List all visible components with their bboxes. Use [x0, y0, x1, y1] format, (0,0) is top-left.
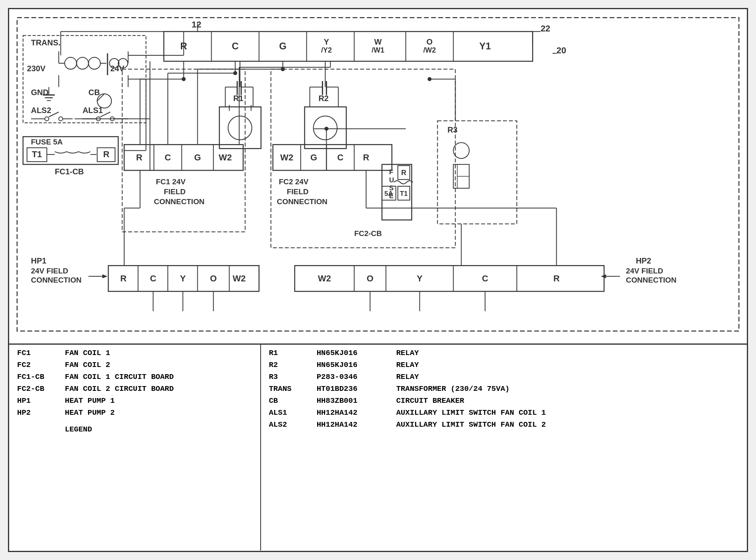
legend-desc-fc2cb: FAN COIL 2 CIRCUIT BOARD: [65, 384, 252, 393]
svg-point-190: [428, 77, 432, 81]
legend-code-hp1: HP1: [17, 396, 65, 405]
legend-desc-cb: CIRCUIT BREAKER: [396, 396, 739, 405]
svg-text:G: G: [194, 152, 201, 162]
svg-text:W: W: [374, 37, 382, 46]
legend-desc-r2: RELAY: [396, 361, 739, 369]
legend-item-hp2: HP2 HEAT PUMP 2: [17, 408, 252, 417]
legend-title-label: LEGEND: [65, 425, 252, 434]
svg-text:O: O: [367, 273, 374, 283]
legend-code-als2: ALS2: [269, 420, 317, 429]
svg-text:HP2: HP2: [636, 256, 651, 265]
svg-text:F: F: [389, 168, 393, 176]
svg-text:12: 12: [192, 20, 201, 29]
svg-text:C: C: [150, 273, 156, 283]
svg-text:24V FIELD: 24V FIELD: [626, 267, 663, 275]
legend-desc-hp1: HEAT PUMP 1: [65, 396, 252, 405]
legend-part-r3: P283-0346: [317, 373, 396, 381]
legend-desc-als1: AUXILLARY LIMIT SWITCH FAN COIL 1: [396, 408, 739, 417]
legend-area: FC1 FAN COIL 1 FC2 FAN COIL 2 FC1-CB FAN…: [9, 343, 747, 550]
legend-code-fc2: FC2: [17, 361, 65, 369]
legend-title-row: LEGEND: [17, 425, 252, 434]
legend-desc-hp2: HEAT PUMP 2: [65, 408, 252, 417]
legend-part-r1: HN65KJ016: [317, 349, 396, 357]
svg-text:R: R: [103, 149, 109, 159]
svg-point-173: [233, 71, 237, 75]
svg-text:FC2 24V: FC2 24V: [279, 178, 309, 186]
svg-text:230V: 230V: [27, 64, 46, 73]
svg-text:U: U: [389, 176, 394, 184]
svg-text:Y: Y: [324, 37, 329, 46]
svg-text:G: G: [310, 152, 317, 162]
legend-item-als1: ALS1 HH12HA142 AUXILLARY LIMIT SWITCH FA…: [269, 408, 739, 417]
svg-text:FC1 24V: FC1 24V: [156, 178, 186, 186]
svg-text:C: C: [232, 41, 239, 51]
svg-text:ALS1: ALS1: [82, 106, 103, 115]
svg-text:22: 22: [541, 23, 550, 33]
svg-text:R: R: [136, 152, 142, 162]
legend-code-als1: ALS1: [269, 408, 317, 417]
svg-text:C: C: [165, 152, 171, 162]
svg-text:W2: W2: [318, 273, 331, 283]
legend-item-r1: R1 HN65KJ016 RELAY: [269, 349, 739, 357]
legend-code-r3: R3: [269, 373, 317, 381]
svg-text:HP1: HP1: [31, 256, 47, 265]
legend-part-trans: HT01BD236: [317, 384, 396, 393]
svg-text:R: R: [363, 152, 369, 162]
main-container: 12 R C G Y /Y2 W /W1 O /W2 Y1 22: [8, 8, 748, 552]
legend-item-r2: R2 HN65KJ016 RELAY: [269, 361, 739, 369]
svg-text:C: C: [482, 273, 488, 283]
legend-item-hp1: HP1 HEAT PUMP 1: [17, 396, 252, 405]
svg-text:CONNECTION: CONNECTION: [31, 276, 82, 284]
svg-text:O: O: [427, 37, 433, 46]
svg-text:24V FIELD: 24V FIELD: [31, 267, 68, 275]
svg-text:FIELD: FIELD: [287, 187, 309, 196]
legend-code-fc2cb: FC2-CB: [17, 384, 65, 393]
legend-item-fc2cb: FC2-CB FAN COIL 2 CIRCUIT BOARD: [17, 384, 252, 393]
svg-text:Y: Y: [417, 273, 423, 283]
legend-item-r3: R3 P283-0346 RELAY: [269, 373, 739, 381]
svg-text:FC2-CB: FC2-CB: [354, 229, 382, 238]
svg-text:W2: W2: [219, 152, 232, 162]
svg-text:CB: CB: [88, 88, 100, 97]
diagram-area: 12 R C G Y /Y2 W /W1 O /W2 Y1 22: [9, 9, 747, 343]
legend-desc-fc1: FAN COIL 1: [65, 349, 252, 357]
legend-item-fc2: FC2 FAN COIL 2: [17, 361, 252, 369]
svg-text:R: R: [553, 273, 560, 283]
svg-text:/Y2: /Y2: [321, 46, 332, 54]
legend-item-als2: ALS2 HH12HA142 AUXILLARY LIMIT SWITCH FA…: [269, 420, 739, 429]
legend-code-fc1: FC1: [17, 349, 65, 357]
legend-desc-r1: RELAY: [396, 349, 739, 357]
svg-text:CONNECTION: CONNECTION: [277, 197, 327, 206]
legend-item-cb: CB HH83ZB001 CIRCUIT BREAKER: [269, 396, 739, 405]
svg-text:FUSE 5A: FUSE 5A: [31, 138, 63, 146]
legend-item-fc1cb: FC1-CB FAN COIL 1 CIRCUIT BOARD: [17, 373, 252, 381]
legend-part-r2: HN65KJ016: [317, 361, 396, 369]
svg-text:W2: W2: [233, 273, 246, 283]
svg-text:FC1-CB: FC1-CB: [55, 167, 84, 176]
svg-point-195: [324, 127, 328, 131]
svg-text:G: G: [279, 41, 286, 51]
svg-text:ALS2: ALS2: [31, 106, 51, 115]
svg-rect-4: [164, 31, 533, 61]
legend-desc-r3: RELAY: [396, 373, 739, 381]
svg-text:Y1: Y1: [479, 41, 491, 51]
legend-right-col: R1 HN65KJ016 RELAY R2 HN65KJ016 RELAY R3…: [261, 345, 747, 550]
legend-code-trans: TRANS: [269, 384, 317, 393]
legend-code-hp2: HP2: [17, 408, 65, 417]
legend-item-trans: TRANS HT01BD236 TRANSFORMER (230/24 75VA…: [269, 384, 739, 393]
legend-code-fc1cb: FC1-CB: [17, 373, 65, 381]
svg-text:5A: 5A: [384, 190, 393, 197]
legend-code-r2: R2: [269, 361, 317, 369]
svg-text:R2: R2: [318, 94, 328, 103]
legend-desc-als2: AUXILLARY LIMIT SWITCH FAN COIL 2: [396, 420, 739, 429]
svg-point-172: [182, 77, 186, 81]
svg-text:T1: T1: [400, 190, 408, 197]
svg-text:C: C: [337, 152, 343, 162]
legend-desc-fc2: FAN COIL 2: [65, 361, 252, 369]
svg-text:W2: W2: [280, 152, 293, 162]
legend-code-blank: [17, 425, 65, 434]
svg-text:R3: R3: [447, 125, 457, 134]
legend-left-col: FC1 FAN COIL 1 FC2 FAN COIL 2 FC1-CB FAN…: [9, 345, 261, 550]
svg-text:FIELD: FIELD: [164, 187, 186, 196]
svg-text:Y: Y: [180, 273, 186, 283]
